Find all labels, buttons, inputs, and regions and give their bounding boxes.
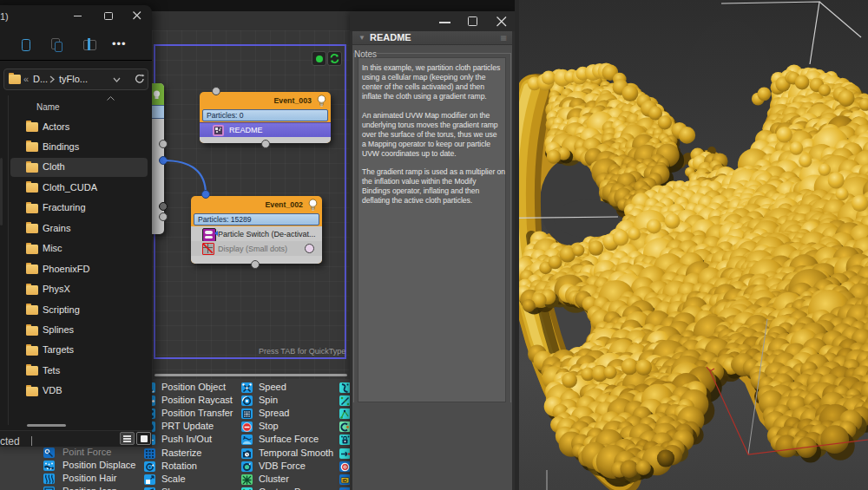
svg-text:ID: ID — [342, 477, 347, 482]
